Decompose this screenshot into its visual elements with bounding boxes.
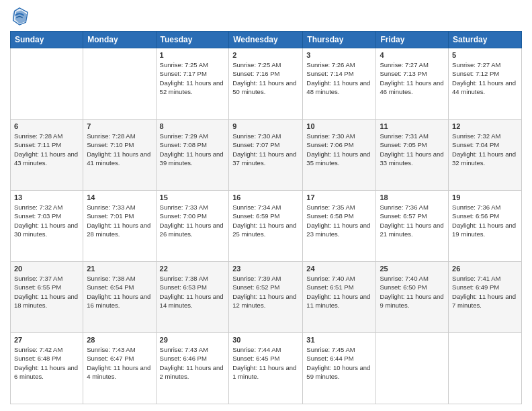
day-number: 29: [160, 336, 226, 344]
calendar-cell: 2Sunrise: 7:25 AM Sunset: 7:16 PM Daylig…: [229, 48, 303, 120]
calendar-cell: 10Sunrise: 7:30 AM Sunset: 7:06 PM Dayli…: [303, 120, 376, 191]
day-info: Sunrise: 7:38 AM Sunset: 6:54 PM Dayligh…: [87, 274, 152, 310]
day-info: Sunrise: 7:27 AM Sunset: 7:12 PM Dayligh…: [452, 60, 518, 96]
day-number: 6: [14, 122, 79, 130]
calendar-cell: 14Sunrise: 7:33 AM Sunset: 7:01 PM Dayli…: [83, 191, 156, 262]
day-number: 11: [380, 122, 445, 130]
calendar-cell: 16Sunrise: 7:34 AM Sunset: 6:59 PM Dayli…: [229, 191, 303, 262]
weekday-header-saturday: Saturday: [449, 32, 522, 48]
day-number: 27: [14, 336, 79, 344]
day-info: Sunrise: 7:26 AM Sunset: 7:14 PM Dayligh…: [306, 60, 372, 96]
weekday-header-sunday: Sunday: [11, 32, 83, 48]
day-number: 13: [14, 193, 79, 201]
day-number: 9: [232, 122, 299, 130]
day-number: 18: [380, 193, 445, 201]
calendar-week-row: 13Sunrise: 7:32 AM Sunset: 7:03 PM Dayli…: [11, 191, 522, 262]
calendar-cell: 15Sunrise: 7:33 AM Sunset: 7:00 PM Dayli…: [156, 191, 229, 262]
day-number: 4: [380, 51, 445, 59]
day-info: Sunrise: 7:30 AM Sunset: 7:07 PM Dayligh…: [232, 132, 299, 167]
calendar-cell: 21Sunrise: 7:38 AM Sunset: 6:54 PM Dayli…: [83, 262, 156, 333]
day-number: 8: [160, 122, 226, 130]
day-info: Sunrise: 7:27 AM Sunset: 7:13 PM Dayligh…: [380, 60, 445, 96]
calendar-cell: 7Sunrise: 7:28 AM Sunset: 7:10 PM Daylig…: [83, 120, 156, 191]
day-number: 1: [160, 51, 226, 59]
calendar-cell: 6Sunrise: 7:28 AM Sunset: 7:11 PM Daylig…: [11, 120, 83, 191]
day-info: Sunrise: 7:25 AM Sunset: 7:16 PM Dayligh…: [232, 60, 299, 96]
day-info: Sunrise: 7:40 AM Sunset: 6:51 PM Dayligh…: [306, 274, 372, 310]
calendar-cell: [83, 48, 156, 120]
day-info: Sunrise: 7:32 AM Sunset: 7:03 PM Dayligh…: [14, 203, 79, 238]
day-info: Sunrise: 7:34 AM Sunset: 6:59 PM Dayligh…: [232, 203, 299, 238]
day-info: Sunrise: 7:33 AM Sunset: 7:00 PM Dayligh…: [160, 203, 226, 238]
day-info: Sunrise: 7:30 AM Sunset: 7:06 PM Dayligh…: [306, 132, 372, 167]
day-info: Sunrise: 7:36 AM Sunset: 6:57 PM Dayligh…: [380, 203, 445, 238]
calendar-cell: 20Sunrise: 7:37 AM Sunset: 6:55 PM Dayli…: [11, 262, 83, 333]
day-info: Sunrise: 7:31 AM Sunset: 7:05 PM Dayligh…: [380, 132, 445, 167]
day-number: 19: [452, 193, 518, 201]
day-info: Sunrise: 7:28 AM Sunset: 7:11 PM Dayligh…: [14, 132, 79, 167]
calendar-week-row: 1Sunrise: 7:25 AM Sunset: 7:17 PM Daylig…: [11, 48, 522, 120]
day-number: 25: [380, 265, 445, 273]
day-info: Sunrise: 7:25 AM Sunset: 7:17 PM Dayligh…: [160, 60, 226, 96]
day-number: 28: [87, 336, 152, 344]
calendar-cell: 8Sunrise: 7:29 AM Sunset: 7:08 PM Daylig…: [156, 120, 229, 191]
calendar-cell: 30Sunrise: 7:44 AM Sunset: 6:45 PM Dayli…: [229, 333, 303, 404]
day-info: Sunrise: 7:42 AM Sunset: 6:48 PM Dayligh…: [14, 345, 79, 381]
day-number: 15: [160, 193, 226, 201]
day-number: 26: [452, 265, 518, 273]
day-info: Sunrise: 7:29 AM Sunset: 7:08 PM Dayligh…: [160, 132, 226, 167]
calendar-cell: [376, 333, 449, 404]
day-info: Sunrise: 7:45 AM Sunset: 6:44 PM Dayligh…: [306, 345, 372, 381]
day-number: 16: [232, 193, 299, 201]
day-info: Sunrise: 7:40 AM Sunset: 6:50 PM Dayligh…: [380, 274, 445, 310]
calendar-week-row: 27Sunrise: 7:42 AM Sunset: 6:48 PM Dayli…: [11, 333, 522, 404]
day-info: Sunrise: 7:39 AM Sunset: 6:52 PM Dayligh…: [232, 274, 299, 310]
calendar-cell: 17Sunrise: 7:35 AM Sunset: 6:58 PM Dayli…: [303, 191, 376, 262]
weekday-header-tuesday: Tuesday: [156, 32, 229, 48]
calendar-cell: 19Sunrise: 7:36 AM Sunset: 6:56 PM Dayli…: [449, 191, 522, 262]
logo: [10, 7, 32, 26]
calendar-week-row: 20Sunrise: 7:37 AM Sunset: 6:55 PM Dayli…: [11, 262, 522, 333]
day-number: 10: [306, 122, 372, 130]
day-info: Sunrise: 7:36 AM Sunset: 6:56 PM Dayligh…: [452, 203, 518, 238]
day-number: 24: [306, 265, 372, 273]
calendar-cell: [449, 333, 522, 404]
day-number: 7: [87, 122, 152, 130]
calendar-cell: 23Sunrise: 7:39 AM Sunset: 6:52 PM Dayli…: [229, 262, 303, 333]
day-number: 12: [452, 122, 518, 130]
day-number: 20: [14, 265, 79, 273]
weekday-header-monday: Monday: [83, 32, 156, 48]
day-number: 5: [452, 51, 518, 59]
day-info: Sunrise: 7:43 AM Sunset: 6:46 PM Dayligh…: [160, 345, 226, 381]
logo-icon: [10, 7, 29, 26]
calendar-cell: 24Sunrise: 7:40 AM Sunset: 6:51 PM Dayli…: [303, 262, 376, 333]
calendar-cell: 12Sunrise: 7:32 AM Sunset: 7:04 PM Dayli…: [449, 120, 522, 191]
calendar-cell: 31Sunrise: 7:45 AM Sunset: 6:44 PM Dayli…: [303, 333, 376, 404]
calendar-cell: 25Sunrise: 7:40 AM Sunset: 6:50 PM Dayli…: [376, 262, 449, 333]
calendar-cell: 5Sunrise: 7:27 AM Sunset: 7:12 PM Daylig…: [449, 48, 522, 120]
calendar-cell: 28Sunrise: 7:43 AM Sunset: 6:47 PM Dayli…: [83, 333, 156, 404]
weekday-header-thursday: Thursday: [303, 32, 376, 48]
day-info: Sunrise: 7:28 AM Sunset: 7:10 PM Dayligh…: [87, 132, 152, 167]
calendar-page: SundayMondayTuesdayWednesdayThursdayFrid…: [0, 0, 532, 411]
calendar-cell: 13Sunrise: 7:32 AM Sunset: 7:03 PM Dayli…: [11, 191, 83, 262]
day-info: Sunrise: 7:44 AM Sunset: 6:45 PM Dayligh…: [232, 345, 299, 381]
day-info: Sunrise: 7:41 AM Sunset: 6:49 PM Dayligh…: [452, 274, 518, 310]
day-number: 17: [306, 193, 372, 201]
calendar-cell: 29Sunrise: 7:43 AM Sunset: 6:46 PM Dayli…: [156, 333, 229, 404]
day-number: 22: [160, 265, 226, 273]
weekday-header-friday: Friday: [376, 32, 449, 48]
day-number: 14: [87, 193, 152, 201]
calendar-cell: 3Sunrise: 7:26 AM Sunset: 7:14 PM Daylig…: [303, 48, 376, 120]
day-number: 2: [232, 51, 299, 59]
weekday-header-row: SundayMondayTuesdayWednesdayThursdayFrid…: [11, 32, 522, 48]
calendar-cell: 26Sunrise: 7:41 AM Sunset: 6:49 PM Dayli…: [449, 262, 522, 333]
day-number: 23: [232, 265, 299, 273]
day-number: 21: [87, 265, 152, 273]
day-info: Sunrise: 7:32 AM Sunset: 7:04 PM Dayligh…: [452, 132, 518, 167]
calendar-cell: 1Sunrise: 7:25 AM Sunset: 7:17 PM Daylig…: [156, 48, 229, 120]
day-info: Sunrise: 7:38 AM Sunset: 6:53 PM Dayligh…: [160, 274, 226, 310]
day-info: Sunrise: 7:33 AM Sunset: 7:01 PM Dayligh…: [87, 203, 152, 238]
weekday-header-wednesday: Wednesday: [229, 32, 303, 48]
calendar-cell: 22Sunrise: 7:38 AM Sunset: 6:53 PM Dayli…: [156, 262, 229, 333]
